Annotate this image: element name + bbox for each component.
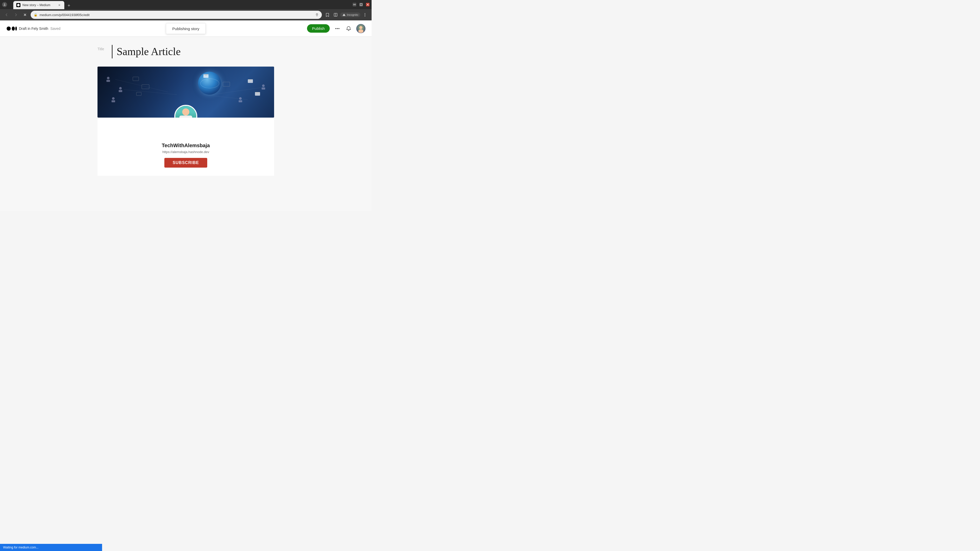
tabs-container: New story – Medium ✕ + — [11, 0, 351, 9]
forward-button[interactable] — [12, 11, 19, 18]
tab-favicon — [16, 3, 21, 7]
active-tab[interactable]: New story – Medium ✕ — [13, 1, 64, 9]
svg-point-19 — [360, 26, 363, 29]
medium-logo-icon — [6, 23, 17, 34]
draft-label: Draft in Fely Smith — [19, 27, 48, 30]
svg-point-20 — [358, 29, 363, 33]
channel-info: TechWithAlemsbaja https://alemsbaja.hash… — [97, 118, 274, 176]
subscribe-container: SUBSCRIBE — [102, 158, 270, 168]
grid-element-3 — [136, 92, 142, 96]
channel-url: https://alemsbaja.hashnode.dev — [102, 150, 270, 154]
new-tab-button[interactable]: + — [65, 2, 73, 9]
svg-line-24 — [204, 95, 248, 100]
tab-close-button[interactable]: ✕ — [57, 3, 61, 7]
back-button[interactable] — [3, 11, 10, 18]
reload-button[interactable] — [21, 11, 29, 18]
person-head — [182, 108, 189, 116]
medium-header: Draft in Fely Smith Saved Publishing sto… — [0, 21, 372, 37]
page-content: Draft in Fely Smith Saved Publishing sto… — [0, 21, 372, 211]
incognito-label: Incognito — [347, 13, 358, 16]
svg-point-14 — [15, 27, 17, 30]
svg-rect-1 — [360, 3, 362, 6]
title-divider — [112, 45, 113, 59]
address-input[interactable]: 🔒 medium.com/p/00441938f05c/edit — [30, 11, 322, 19]
close-button[interactable] — [366, 3, 369, 6]
publish-button[interactable]: Publish — [307, 24, 330, 33]
lock-icon: 🔒 — [34, 13, 38, 17]
svg-point-11 — [365, 16, 366, 17]
browser-actions: Incognito — [324, 11, 369, 18]
svg-point-12 — [6, 27, 11, 30]
svg-line-23 — [212, 87, 266, 95]
svg-line-22 — [124, 89, 177, 95]
profile-circle-inner — [175, 106, 196, 118]
minimize-button[interactable] — [353, 3, 356, 6]
browser-window: New story – Medium ✕ + — [0, 0, 372, 21]
publishing-text: Publishing story — [172, 26, 199, 30]
person-silhouette — [178, 108, 193, 118]
address-right-icons — [315, 13, 319, 17]
title-label: Title — [97, 45, 108, 51]
article-image-block: TechWithAlemsbaja https://alemsbaja.hash… — [97, 67, 274, 176]
tab-title: New story – Medium — [22, 3, 55, 7]
bookmark-button[interactable] — [324, 11, 331, 18]
address-bar: 🔒 medium.com/p/00441938f05c/edit Incogni… — [0, 9, 372, 21]
article-title[interactable]: Sample Article — [117, 45, 181, 59]
svg-point-10 — [365, 14, 366, 15]
window-controls — [2, 2, 7, 7]
editor-area: Title Sample Article — [0, 37, 372, 211]
grid-element-1 — [133, 77, 139, 81]
url-text: medium.com/p/00441938f05c/edit — [40, 13, 313, 17]
editor-container: Title Sample Article — [91, 45, 280, 176]
split-view-button[interactable] — [332, 11, 339, 18]
person-body — [180, 116, 192, 118]
header-right: Publish — [307, 24, 366, 33]
notifications-button[interactable] — [345, 25, 352, 32]
svg-point-16 — [337, 28, 338, 29]
svg-point-15 — [335, 28, 336, 29]
grid-element-4 — [223, 82, 230, 86]
svg-point-9 — [365, 13, 366, 14]
channel-name: TechWithAlemsbaja — [102, 143, 270, 148]
hero-image-container — [97, 67, 274, 118]
user-avatar[interactable] — [356, 24, 366, 33]
saved-badge: Saved — [50, 27, 60, 30]
menu-button[interactable] — [361, 11, 369, 18]
title-bar: New story – Medium ✕ + — [0, 0, 372, 9]
publishing-toast: Publishing story — [166, 23, 206, 34]
draft-info: Draft in Fely Smith Saved — [19, 27, 60, 30]
maximize-button[interactable] — [360, 3, 363, 6]
subscribe-button[interactable]: SUBSCRIBE — [164, 158, 207, 168]
grid-element-2 — [142, 84, 149, 89]
title-row: Title Sample Article — [97, 45, 274, 59]
profile-icon[interactable] — [2, 2, 7, 7]
svg-rect-0 — [353, 4, 356, 5]
more-options-button[interactable] — [334, 25, 341, 32]
medium-logo[interactable] — [6, 23, 17, 34]
svg-point-17 — [339, 28, 339, 29]
svg-point-13 — [12, 27, 15, 30]
incognito-badge[interactable]: Incognito — [340, 13, 360, 17]
